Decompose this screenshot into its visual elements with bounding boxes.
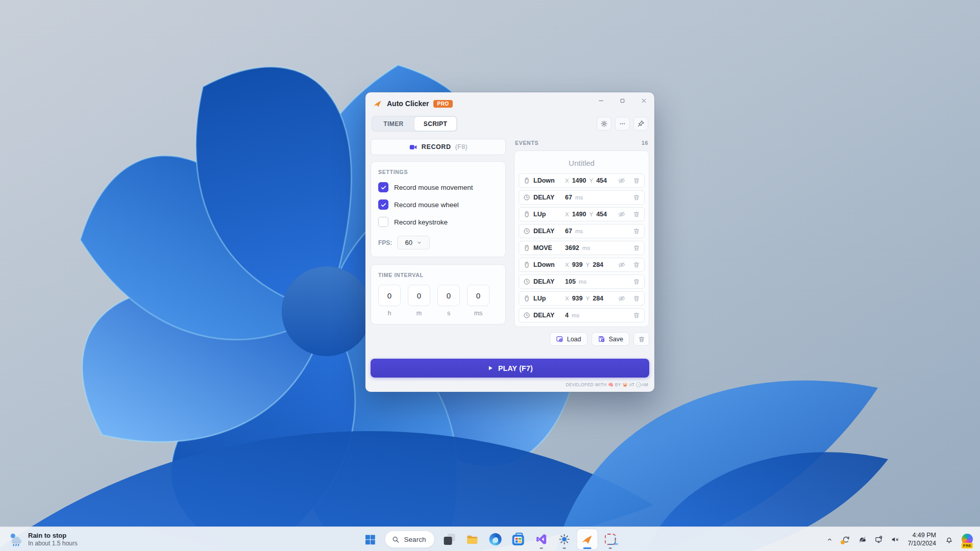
option-record-mouse-wheel[interactable]: Record mouse wheel — [378, 199, 498, 210]
maximize-button[interactable] — [611, 92, 633, 109]
microsoft-store-button[interactable] — [508, 529, 528, 549]
event-row[interactable]: LUp X 939 Y 284 — [519, 291, 645, 306]
tray-date: 7/10/2024 — [908, 539, 936, 547]
event-row[interactable]: LDown X 939 Y 284 — [519, 258, 645, 272]
script-name-input[interactable]: Untitled — [519, 156, 645, 169]
weather-widget[interactable]: Rain to stop In about 1.5 hours — [5, 527, 81, 551]
network-button[interactable] — [872, 532, 885, 547]
search-icon — [392, 536, 400, 543]
seconds-input[interactable]: 0 — [437, 285, 460, 306]
event-row[interactable]: DELAY 105 ms — [519, 274, 645, 289]
more-options-button[interactable] — [615, 117, 630, 131]
minimize-button[interactable] — [590, 92, 611, 109]
snipping-tool-button[interactable]: ✂ — [600, 529, 620, 549]
time-interval-heading: TIME INTERVAL — [378, 272, 498, 278]
close-button[interactable] — [633, 92, 654, 109]
folder-icon — [466, 533, 479, 546]
running-indicator — [540, 547, 543, 549]
event-row[interactable]: LUp X 1490 Y 454 — [519, 207, 645, 221]
event-row[interactable]: MOVE 3692 ms — [519, 241, 645, 255]
settings-app-button[interactable] — [554, 529, 574, 549]
hours-input[interactable]: 0 — [378, 285, 401, 306]
bell-icon — [945, 535, 953, 544]
pin-button[interactable] — [633, 117, 648, 131]
eye-icon[interactable] — [618, 210, 626, 218]
close-icon — [641, 97, 647, 104]
option-record-mouse-movement[interactable]: Record mouse movement — [378, 182, 498, 192]
checkbox-checked[interactable] — [378, 182, 388, 192]
trash-icon[interactable] — [633, 261, 640, 268]
window-title: Auto Clicker — [387, 99, 429, 108]
load-button[interactable]: Load — [550, 332, 587, 346]
running-indicator — [608, 547, 611, 549]
edge-button[interactable] — [485, 529, 505, 549]
auto-clicker-taskbar-button[interactable] — [577, 529, 597, 549]
volume-button[interactable] — [888, 532, 901, 547]
file-explorer-button[interactable] — [462, 529, 482, 549]
eye-icon[interactable] — [618, 294, 626, 303]
weather-headline: Rain to stop — [28, 532, 78, 540]
windows-logo-icon — [364, 534, 376, 545]
store-icon — [512, 535, 524, 545]
events-heading: EVENTS — [515, 140, 538, 146]
tray-chevron-button[interactable] — [823, 532, 836, 547]
event-row[interactable]: DELAY 67 ms — [519, 224, 645, 238]
task-view-icon — [444, 534, 455, 545]
toolbar-row: TIMER SCRIPT — [365, 116, 654, 132]
notifications-button[interactable] — [942, 532, 955, 547]
taskbar-search[interactable]: Search — [385, 531, 435, 548]
event-row[interactable]: LDown X 1490 Y 454 — [519, 173, 645, 188]
minimize-icon — [598, 97, 604, 104]
milliseconds-input[interactable]: 0 — [467, 285, 489, 306]
checkbox-checked[interactable] — [378, 199, 388, 210]
eye-icon[interactable] — [618, 261, 626, 269]
onedrive-status-button[interactable] — [855, 532, 869, 547]
trash-icon[interactable] — [633, 194, 640, 201]
event-row[interactable]: DELAY 67 ms — [519, 190, 645, 205]
clear-events-button[interactable] — [633, 332, 649, 346]
start-button[interactable] — [360, 529, 380, 549]
option-record-keystroke[interactable]: Record keystroke — [378, 217, 498, 227]
load-icon — [556, 335, 564, 343]
trash-icon[interactable] — [633, 211, 640, 218]
tab-group: TIMER SCRIPT — [372, 116, 457, 132]
trash-icon[interactable] — [633, 312, 640, 319]
event-row[interactable]: DELAY 4 ms — [519, 308, 645, 322]
running-indicator — [562, 547, 566, 549]
gear-icon — [600, 120, 608, 128]
minutes-input[interactable]: 0 — [408, 285, 430, 306]
trash-icon[interactable] — [633, 244, 640, 252]
events-card: Untitled LDown X 1490 Y 454 DELAY 67 ms — [514, 151, 649, 327]
window-controls — [590, 92, 654, 115]
chevron-up-icon — [826, 536, 833, 543]
fps-select[interactable]: 60 — [397, 236, 430, 249]
save-button[interactable]: Save — [592, 332, 630, 346]
visual-studio-button[interactable] — [531, 529, 551, 549]
clock[interactable]: 4:49 PM 7/10/2024 — [904, 531, 939, 548]
settings-button[interactable] — [597, 117, 611, 131]
checkbox-unchecked[interactable] — [378, 217, 388, 227]
eye-icon[interactable] — [618, 177, 626, 185]
update-status-button[interactable] — [839, 532, 852, 547]
mouse-icon — [523, 177, 530, 184]
milliseconds-unit: ms — [474, 310, 483, 317]
seconds-unit: s — [447, 310, 450, 317]
trash-icon[interactable] — [633, 228, 640, 235]
trash-icon[interactable] — [633, 278, 640, 285]
ellipsis-icon — [619, 120, 626, 128]
record-button[interactable]: RECORD (F8) — [371, 139, 506, 155]
tab-timer[interactable]: TIMER — [373, 117, 414, 131]
task-view-button[interactable] — [439, 529, 459, 549]
tab-script[interactable]: SCRIPT — [414, 117, 456, 131]
fps-label: FPS: — [378, 239, 392, 246]
copilot-button[interactable]: PRE — [959, 529, 976, 549]
trash-icon[interactable] — [633, 295, 640, 302]
edge-icon — [489, 533, 501, 545]
trash-icon[interactable] — [633, 177, 640, 184]
play-button[interactable]: PLAY (F7) — [371, 359, 649, 378]
app-logo-icon — [373, 99, 382, 109]
display-ethernet-icon — [874, 535, 883, 544]
mouse-icon — [523, 244, 530, 252]
record-hotkey: (F8) — [455, 143, 468, 151]
visual-studio-icon — [535, 533, 547, 545]
